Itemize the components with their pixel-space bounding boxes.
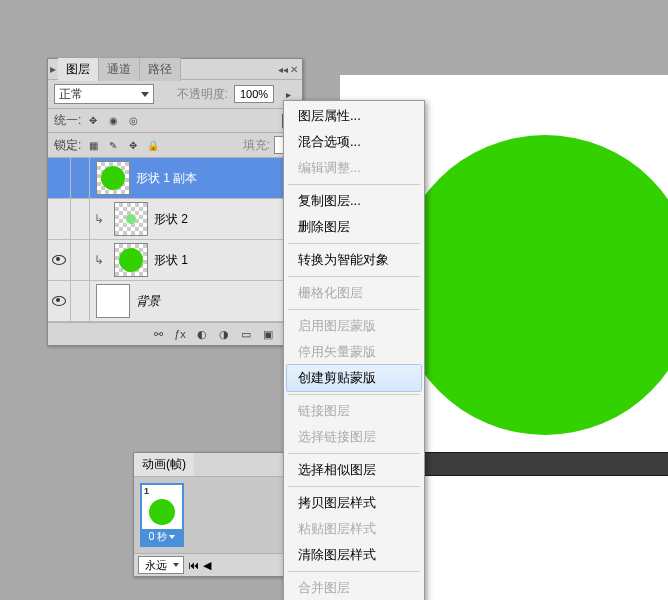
lock-label: 锁定:: [54, 137, 81, 154]
link-col[interactable]: [71, 281, 90, 321]
layer-row[interactable]: 形状 1 副本: [48, 158, 302, 199]
lock-pixels-icon[interactable]: ✎: [105, 137, 121, 153]
link-col[interactable]: [71, 240, 90, 280]
menu-item: 合并图层: [284, 575, 424, 600]
tab-animation-frames[interactable]: 动画(帧): [134, 453, 194, 476]
menu-separator: [288, 453, 420, 454]
new-layer-icon[interactable]: ▣: [260, 326, 276, 342]
loop-select[interactable]: 永远: [138, 556, 184, 574]
menu-item: 栅格化图层: [284, 280, 424, 306]
first-frame-icon[interactable]: ⏮: [188, 559, 199, 571]
layer-thumbnail[interactable]: [96, 284, 130, 318]
opacity-label: 不透明度:: [177, 86, 228, 103]
layer-thumbnail[interactable]: [96, 161, 130, 195]
opacity-input[interactable]: 100%: [234, 85, 274, 103]
menu-item[interactable]: 删除图层: [284, 214, 424, 240]
menu-separator: [288, 184, 420, 185]
blend-row: 正常 不透明度: 100% ▸: [48, 80, 302, 109]
menu-item[interactable]: 复制图层...: [284, 188, 424, 214]
prev-frame-icon[interactable]: ◀: [203, 559, 211, 572]
group-icon[interactable]: ▭: [238, 326, 254, 342]
unify-visibility-icon[interactable]: ◉: [105, 113, 121, 129]
animation-frame[interactable]: 1 0 秒: [140, 483, 184, 547]
lock-transparency-icon[interactable]: ▦: [85, 137, 101, 153]
animation-panel: 动画(帧) 1 0 秒 永远 ⏮ ◀: [133, 452, 285, 577]
unify-position-icon[interactable]: ✥: [85, 113, 101, 129]
layer-mask-icon[interactable]: ◐: [194, 326, 210, 342]
eye-icon[interactable]: [52, 296, 66, 306]
panel-header: ▸ 图层 通道 路径 ◂◂ ✕: [48, 59, 302, 80]
menu-item[interactable]: 选择相似图层: [284, 457, 424, 483]
layer-row[interactable]: ↳ 形状 2: [48, 199, 302, 240]
lock-all-icon[interactable]: 🔒: [145, 137, 161, 153]
timeline-track[interactable]: [420, 452, 668, 476]
layer-name[interactable]: 形状 1 副本: [136, 170, 302, 187]
menu-item: 选择链接图层: [284, 424, 424, 450]
lock-row: 锁定: ▦ ✎ ✥ 🔒 填充: 1: [48, 133, 302, 158]
panel-collapse-icon[interactable]: ▸: [48, 59, 58, 79]
link-col[interactable]: [71, 199, 90, 239]
menu-separator: [288, 309, 420, 310]
tab-paths[interactable]: 路径: [140, 58, 181, 81]
layer-thumbnail[interactable]: [114, 202, 148, 236]
layer-row[interactable]: 背景: [48, 281, 302, 322]
unify-label: 统一:: [54, 112, 81, 129]
canvas-shape-circle[interactable]: [395, 135, 668, 435]
clip-indent-icon: ↳: [90, 212, 108, 226]
fill-label: 填充:: [243, 137, 270, 154]
link-layers-icon[interactable]: ⚯: [150, 326, 166, 342]
clip-indent-icon: ↳: [90, 253, 108, 267]
layer-name[interactable]: 背景: [136, 293, 302, 310]
menu-item[interactable]: 混合选项...: [284, 129, 424, 155]
menu-item: 粘贴图层样式: [284, 516, 424, 542]
frames-area: 1 0 秒: [134, 477, 284, 553]
lock-position-icon[interactable]: ✥: [125, 137, 141, 153]
menu-separator: [288, 276, 420, 277]
layers-panel: ▸ 图层 通道 路径 ◂◂ ✕ 正常 不透明度: 100% ▸ 统一: ✥ ◉ …: [47, 58, 303, 346]
link-col[interactable]: [71, 158, 90, 198]
panel-collapse-arrow-icon[interactable]: ◂◂: [278, 64, 288, 75]
menu-item[interactable]: 创建剪贴蒙版: [286, 364, 422, 392]
layer-name[interactable]: 形状 2: [154, 211, 302, 228]
menu-separator: [288, 571, 420, 572]
layer-row[interactable]: ↳ 形状 1: [48, 240, 302, 281]
panel-footer: ⚯ ƒx ◐ ◑ ▭ ▣ 🗑: [48, 322, 302, 345]
menu-item: 停用矢量蒙版: [284, 339, 424, 365]
menu-item: 链接图层: [284, 398, 424, 424]
blend-mode-select[interactable]: 正常: [54, 84, 154, 104]
layer-thumbnail[interactable]: [114, 243, 148, 277]
menu-item: 启用图层蒙版: [284, 313, 424, 339]
frame-thumbnail: [145, 495, 179, 529]
menu-item[interactable]: 清除图层样式: [284, 542, 424, 568]
panel-close-icon[interactable]: ✕: [290, 64, 298, 75]
menu-separator: [288, 394, 420, 395]
unify-style-icon[interactable]: ◎: [125, 113, 141, 129]
menu-separator: [288, 243, 420, 244]
layer-name[interactable]: 形状 1: [154, 252, 302, 269]
tab-channels[interactable]: 通道: [99, 58, 140, 81]
unify-row: 统一: ✥ ◉ ◎: [48, 109, 302, 133]
animation-tabs: 动画(帧): [134, 453, 284, 477]
panel-tabs: 图层 通道 路径: [58, 58, 181, 81]
animation-controls: 永远 ⏮ ◀: [134, 553, 284, 576]
menu-item[interactable]: 转换为智能对象: [284, 247, 424, 273]
menu-item: 编辑调整...: [284, 155, 424, 181]
adjustment-layer-icon[interactable]: ◑: [216, 326, 232, 342]
eye-icon[interactable]: [52, 255, 66, 265]
tab-layers[interactable]: 图层: [58, 58, 99, 81]
menu-item[interactable]: 图层属性...: [284, 103, 424, 129]
menu-item[interactable]: 拷贝图层样式: [284, 490, 424, 516]
frame-delay-select[interactable]: 0 秒: [142, 529, 182, 545]
layer-context-menu: 图层属性...混合选项...编辑调整...复制图层...删除图层转换为智能对象栅…: [283, 100, 425, 600]
layer-style-icon[interactable]: ƒx: [172, 326, 188, 342]
menu-separator: [288, 486, 420, 487]
